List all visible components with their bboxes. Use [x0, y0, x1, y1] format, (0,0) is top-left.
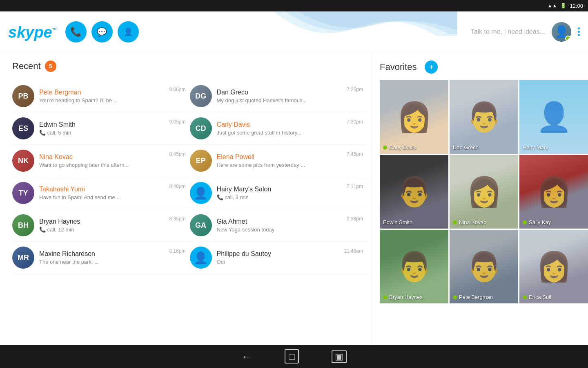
- contact-avatar: 👤: [190, 247, 212, 269]
- home-icon: □: [285, 349, 299, 364]
- favorite-label: Carly Davis: [383, 144, 416, 150]
- contact-preview: Just got some great stuff in history...: [217, 130, 343, 136]
- contact-preview: 📞 call, 5 min: [39, 130, 166, 136]
- online-status-dot: [565, 36, 571, 41]
- favorite-cell[interactable]: 👩 Erica Sull: [519, 230, 588, 303]
- favorite-cell[interactable]: 👤 Hairy Mary: [519, 80, 588, 154]
- favorite-name: Sally Kay: [529, 219, 551, 225]
- online-dot: [453, 220, 457, 224]
- contact-info: Philippe du Sautoy Oui: [217, 250, 341, 265]
- contact-preview: My dog just quoted Hamlet's famous...: [217, 97, 343, 103]
- skype-logo: skype™: [8, 22, 57, 42]
- contact-name: Dan Greco: [217, 89, 343, 96]
- contact-name: Hairy Mary's Salon: [217, 186, 343, 193]
- contact-item[interactable]: GA Gia Ahmet New Yoga session today 2:38…: [190, 209, 368, 242]
- search-placeholder[interactable]: Talk to me, I need ideas...: [471, 28, 545, 36]
- contact-info: Bryan Haynes 📞 call, 12 min: [39, 218, 166, 233]
- contact-time: 11:46am: [344, 248, 363, 254]
- contact-avatar: BH: [12, 214, 34, 236]
- recents-button[interactable]: ▣: [332, 351, 347, 362]
- contact-info: Gia Ahmet New Yoga session today: [217, 218, 343, 233]
- contact-preview: Want to go shopping later this aftern...: [39, 162, 166, 168]
- more-options-button[interactable]: [578, 27, 580, 36]
- contact-item[interactable]: TY Takahashi Yumi Have fun in Spain! And…: [12, 177, 190, 209]
- online-dot: [523, 220, 527, 224]
- bottom-bar: ← □ ▣: [0, 345, 588, 368]
- contact-name: Takahashi Yumi: [39, 186, 166, 193]
- contact-info: Maxine Richardson The one near the park:…: [39, 250, 166, 265]
- contact-item[interactable]: BH Bryan Haynes 📞 call, 12 min 8:35pm: [12, 209, 190, 242]
- favorite-label: Sally Kay: [523, 219, 551, 225]
- favorite-label: Erica Sull: [523, 294, 551, 300]
- favorite-name: Dan Greco: [453, 144, 479, 150]
- favorite-label: Dan Greco: [453, 144, 479, 150]
- home-button[interactable]: □: [285, 351, 299, 362]
- back-button[interactable]: ←: [241, 350, 252, 363]
- contact-time: 7:11pm: [347, 184, 363, 189]
- contact-time: 9:06pm: [169, 87, 185, 92]
- contact-name: Elena Powell: [217, 153, 343, 161]
- contact-name: Gia Ahmet: [217, 218, 343, 225]
- favorite-cell[interactable]: 👩 Nina Kovac: [450, 155, 518, 229]
- contact-time: 8:40pm: [169, 184, 185, 189]
- contact-preview: Have fun in Spain! And send me ...: [39, 194, 166, 200]
- contact-name: Maxine Richardson: [39, 250, 166, 258]
- contact-info: Elena Powell Here are some pics from yes…: [217, 153, 343, 168]
- online-dot: [523, 295, 527, 299]
- contact-preview: 📞 call, 3 min: [217, 194, 343, 200]
- contact-info: Takahashi Yumi Have fun in Spain! And se…: [39, 186, 166, 200]
- contact-time: 2:38pm: [347, 216, 363, 222]
- contact-info: Nina Kovac Want to go shopping later thi…: [39, 153, 166, 168]
- add-contact-button[interactable]: 👤: [118, 21, 139, 43]
- favorite-cell[interactable]: 👨 Bryan Haynes: [380, 230, 448, 303]
- favorite-label: Edwin Smith: [383, 219, 412, 225]
- favorite-cell[interactable]: 👨 Pete Bergman: [450, 230, 518, 303]
- contact-time: 8:45pm: [169, 151, 185, 157]
- contact-time: 8:16pm: [169, 248, 185, 254]
- back-icon: ←: [241, 350, 252, 363]
- favorite-cell[interactable]: 👩 Carly Davis: [380, 80, 448, 154]
- contact-avatar: NK: [12, 150, 34, 172]
- favorite-label: Hairy Mary: [523, 144, 548, 150]
- contact-item[interactable]: DG Dan Greco My dog just quoted Hamlet's…: [190, 80, 368, 112]
- contact-item[interactable]: 👤 Philippe du Sautoy Oui 11:46am: [190, 242, 368, 274]
- favorites-panel: Favorites + 👩 Carly Davis 👨 Dan Greco 👤 …: [372, 52, 588, 345]
- contact-preview: The one near the park: ...: [39, 259, 166, 265]
- favorite-label: Pete Bergman: [453, 294, 493, 300]
- recent-list: PB Pete Bergman You're heading to Spain?…: [12, 80, 367, 274]
- contact-time: 8:35pm: [169, 216, 185, 222]
- contact-item[interactable]: PB Pete Bergman You're heading to Spain?…: [12, 80, 190, 112]
- favorite-name: Erica Sull: [529, 294, 551, 300]
- favorite-cell[interactable]: 👨 Dan Greco: [450, 80, 518, 154]
- contact-info: Hairy Mary's Salon 📞 call, 3 min: [217, 186, 343, 200]
- contact-avatar: GA: [190, 214, 212, 236]
- contact-item[interactable]: MR Maxine Richardson The one near the pa…: [12, 242, 190, 274]
- add-favorite-button[interactable]: +: [425, 61, 438, 74]
- contact-preview: Here are some pics from yesterday ...: [217, 162, 343, 168]
- favorite-label: Bryan Haynes: [383, 294, 423, 300]
- contact-item[interactable]: NK Nina Kovac Want to go shopping later …: [12, 145, 190, 177]
- contact-item[interactable]: 👤 Hairy Mary's Salon 📞 call, 3 min 7:11p…: [190, 177, 368, 209]
- wifi-icon: ▲▲: [548, 3, 557, 9]
- time-display: 12:00: [570, 3, 583, 9]
- call-icon: 📞: [70, 27, 81, 37]
- contact-name: Pete Bergman: [39, 89, 166, 96]
- favorites-title: Favorites: [380, 62, 416, 72]
- online-dot: [453, 295, 457, 299]
- contact-info: Pete Bergman You're heading to Spain? I'…: [39, 89, 166, 103]
- contact-avatar: ES: [12, 117, 34, 139]
- contact-item[interactable]: CD Carly Davis Just got some great stuff…: [190, 112, 368, 145]
- message-button[interactable]: 💬: [91, 21, 113, 43]
- favorite-name: Bryan Haynes: [389, 294, 423, 300]
- call-button[interactable]: 📞: [65, 21, 87, 43]
- contact-avatar: PB: [12, 85, 34, 107]
- user-avatar[interactable]: 👤: [552, 22, 571, 42]
- online-dot: [383, 146, 387, 150]
- contact-item[interactable]: EP Elena Powell Here are some pics from …: [190, 145, 368, 177]
- favorite-cell[interactable]: 👨 Edwin Smith: [380, 155, 448, 229]
- contact-item[interactable]: ES Edwin Smith 📞 call, 5 min 9:05pm: [12, 112, 190, 145]
- contact-info: Carly Davis Just got some great stuff in…: [217, 121, 343, 136]
- favorite-cell[interactable]: 👩 Sally Kay: [519, 155, 588, 229]
- add-contact-icon: 👤: [124, 27, 133, 36]
- contact-preview: Oui: [217, 259, 341, 265]
